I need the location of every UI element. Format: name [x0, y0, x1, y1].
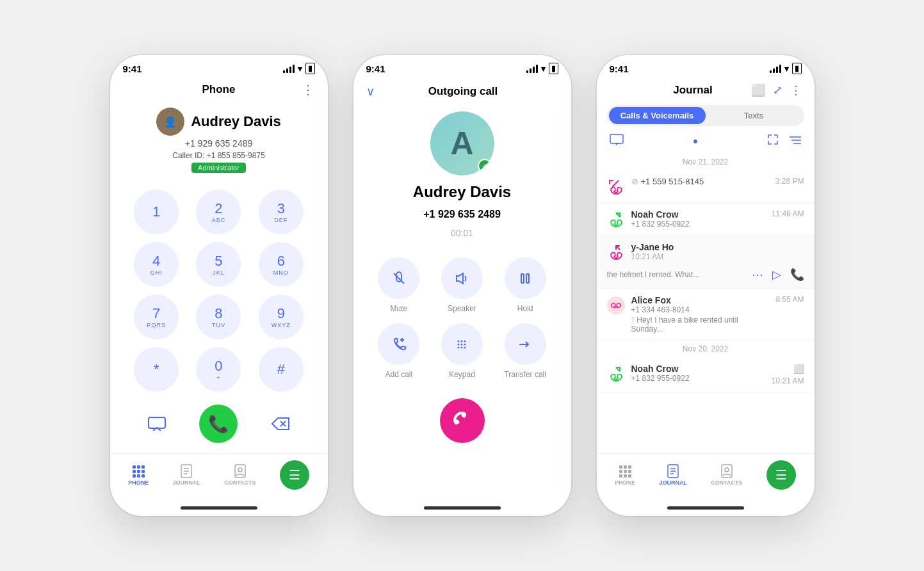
- svg-point-29: [464, 343, 466, 345]
- more-options-button[interactable]: ⋮: [302, 82, 315, 97]
- dial-key-4[interactable]: 4 GHI: [134, 242, 179, 287]
- more-button[interactable]: ⋯: [752, 268, 763, 282]
- transfer-label: Transfer call: [504, 370, 546, 379]
- transfer-call-button[interactable]: Transfer call: [499, 323, 552, 379]
- battery-icon-2: ▮: [549, 63, 558, 74]
- filter-row: [597, 131, 815, 154]
- caller-number-large: +1 929 635 2489: [423, 209, 501, 220]
- tab-journal[interactable]: JOURNAL: [172, 464, 200, 486]
- dial-key-1[interactable]: 1: [134, 189, 179, 234]
- tab-journal-label-3: JOURNAL: [659, 479, 687, 486]
- status-time-1: 9:41: [123, 63, 142, 74]
- svg-rect-44: [628, 465, 631, 469]
- svg-rect-6: [133, 470, 136, 473]
- phone-screen-3: 9:41 ▾ ▮ Journal ⬜ ⤢ ⋮ Calls & Voicema: [597, 55, 815, 516]
- journal-screen-icon[interactable]: ⬜: [751, 83, 765, 97]
- dial-key-5[interactable]: 5 JKL: [196, 242, 241, 287]
- tab-bar-3: PHONE JOURNAL CONTACTS ☰: [597, 453, 815, 503]
- contact-info: 👤 Audrey Davis +1 929 635 2489 Caller ID…: [110, 101, 328, 183]
- dial-key-star[interactable]: *: [134, 347, 179, 392]
- hold-label: Hold: [517, 304, 533, 313]
- svg-rect-47: [628, 470, 631, 473]
- signal-icon: [283, 65, 295, 73]
- item4-preview: T Hey! I have a bike rented until Sunday…: [631, 316, 770, 334]
- journal-icons: ⬜ ⤢ ⋮: [751, 83, 802, 97]
- signal-icon-2: [526, 65, 538, 73]
- fab-menu-button-3[interactable]: ☰: [766, 460, 796, 490]
- hold-button[interactable]: Hold: [499, 257, 552, 313]
- tab-phone-label: PHONE: [128, 479, 149, 486]
- speaker-button[interactable]: Speaker: [435, 257, 489, 313]
- phone-header: Phone ⋮: [110, 78, 328, 101]
- svg-rect-0: [149, 417, 165, 428]
- svg-rect-5: [142, 465, 145, 469]
- svg-rect-33: [610, 134, 623, 143]
- journal-item-5[interactable]: Noah Crow +1 832 955-0922 ⬜ 10:21 AM: [597, 357, 815, 392]
- battery-icon-3: ▮: [792, 63, 802, 74]
- svg-point-27: [458, 343, 460, 345]
- item3-time: 10:21 AM: [631, 252, 804, 261]
- collapse-button[interactable]: ∨: [366, 84, 375, 99]
- screen-content-1: Phone ⋮ 👤 Audrey Davis +1 929 635 2489 C…: [110, 78, 328, 453]
- tab-phone[interactable]: PHONE: [128, 464, 149, 486]
- mute-icon: [378, 257, 419, 299]
- play-button[interactable]: ▷: [772, 268, 781, 282]
- item2-number: +1 832 955-0922: [631, 220, 765, 229]
- tab-contacts-label: CONTACTS: [224, 479, 255, 486]
- add-call-button[interactable]: Add call: [373, 323, 426, 379]
- tab-contacts[interactable]: CONTACTS: [224, 464, 255, 486]
- fab-menu-button[interactable]: ☰: [280, 460, 309, 490]
- journal-item-3[interactable]: y-Jane Ho 10:21 AM the helmet I rented. …: [597, 236, 815, 289]
- dial-key-8[interactable]: 8 TUV: [196, 294, 241, 339]
- svg-rect-42: [619, 465, 622, 469]
- filter-expand-icon[interactable]: [767, 134, 779, 149]
- end-call-button[interactable]: [440, 398, 485, 443]
- tab-texts[interactable]: Texts: [706, 107, 802, 124]
- call-timer: 00:01: [451, 228, 473, 238]
- svg-rect-4: [137, 465, 140, 469]
- item3-preview: the helmet I rented. What...: [607, 270, 752, 279]
- dial-key-0[interactable]: 0 +: [196, 347, 241, 392]
- backspace-button[interactable]: [268, 411, 293, 437]
- journal-expand-icon[interactable]: ⤢: [773, 83, 782, 97]
- keypad-label: Keypad: [449, 370, 475, 379]
- svg-point-32: [464, 346, 466, 348]
- tab-calls-voicemails[interactable]: Calls & Voicemails: [609, 107, 706, 124]
- call-button[interactable]: 📞: [199, 405, 238, 443]
- tab-journal-label: JOURNAL: [172, 479, 200, 486]
- dial-key-7[interactable]: 7 PQRS: [134, 294, 179, 339]
- call-controls: Mute Speaker Hold: [353, 251, 571, 385]
- journal-item-1[interactable]: ⊘ +1 559 515-8145 3:28 PM: [597, 170, 815, 203]
- message-button[interactable]: [144, 411, 170, 437]
- item5-time: 10:21 AM: [772, 376, 804, 385]
- dial-key-2[interactable]: 2 ABC: [196, 189, 241, 234]
- keypad-button[interactable]: Keypad: [435, 323, 489, 379]
- phone-screen-2: 9:41 ▾ ▮ ∨ Outgoing call A ✓ Audrey Davi…: [353, 55, 571, 516]
- contact-name: Audrey Davis: [191, 113, 281, 130]
- dial-key-hash[interactable]: #: [259, 347, 304, 392]
- outgoing-call-title: Outgoing call: [381, 85, 558, 98]
- mute-button[interactable]: Mute: [373, 257, 426, 313]
- journal-item-2[interactable]: Noah Crow +1 832 955-0922 11:46 AM: [597, 203, 815, 236]
- dial-key-9[interactable]: 9 WXYZ: [259, 294, 304, 339]
- status-bar-3: 9:41 ▾ ▮: [597, 55, 815, 78]
- svg-point-39: [612, 303, 615, 307]
- tab-phone-3[interactable]: PHONE: [615, 464, 635, 486]
- end-call-area: [353, 385, 571, 456]
- contact-avatar: 👤: [156, 108, 184, 136]
- admin-badge: Administrator: [191, 163, 246, 173]
- callback-button[interactable]: 📞: [790, 268, 804, 282]
- filter-tv-icon[interactable]: [610, 134, 624, 149]
- tab-contacts-label-3: CONTACTS: [711, 479, 742, 486]
- filter-lines-icon[interactable]: [789, 134, 802, 148]
- voicemail-icon: [607, 296, 625, 314]
- add-call-label: Add call: [385, 370, 412, 379]
- dial-key-3[interactable]: 3 DEF: [259, 189, 304, 234]
- dial-key-6[interactable]: 6 MNO: [259, 242, 304, 287]
- tab-journal-3[interactable]: JOURNAL: [659, 464, 687, 486]
- item1-time: 3:28 PM: [775, 177, 804, 186]
- journal-more-icon[interactable]: ⋮: [790, 83, 802, 97]
- journal-item-4[interactable]: Alice Fox +1 334 463-8014 T Hey! I have …: [597, 289, 815, 341]
- tab-contacts-3[interactable]: CONTACTS: [711, 464, 742, 486]
- mute-label: Mute: [390, 304, 407, 313]
